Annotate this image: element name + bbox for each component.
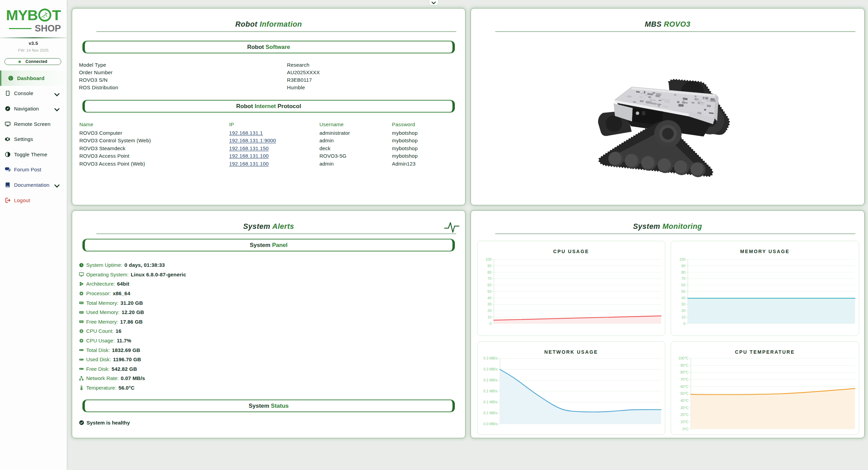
svg-text:0.1 MB/s: 0.1 MB/s [484,411,498,415]
svg-text:0.2 MB/s: 0.2 MB/s [484,378,498,382]
svg-text:0.0 MB/s: 0.0 MB/s [484,422,498,426]
svg-text:40: 40 [487,296,491,300]
svg-text:90: 90 [487,264,491,268]
svg-text:80: 80 [681,270,685,274]
svg-text:30°C: 30°C [681,406,689,410]
svg-text:30: 30 [681,302,685,306]
svg-text:90: 90 [681,264,685,268]
svg-text:0: 0 [489,322,491,326]
svg-text:10: 10 [487,315,491,319]
svg-text:100°C: 100°C [679,356,689,360]
svg-text:100: 100 [679,257,685,261]
svg-text:100: 100 [485,257,491,261]
svg-text:80: 80 [487,270,491,274]
svg-text:70: 70 [487,276,491,280]
svg-text:10°C: 10°C [681,420,689,424]
svg-text:40°C: 40°C [681,399,689,403]
svg-text:0: 0 [683,322,685,326]
svg-text:20: 20 [487,309,491,313]
svg-text:60°C: 60°C [681,384,689,389]
svg-text:90°C: 90°C [681,363,689,367]
svg-text:20: 20 [681,309,685,313]
svg-text:0.1 MB/s: 0.1 MB/s [484,389,498,393]
svg-text:80°C: 80°C [681,370,689,374]
svg-text:60: 60 [487,283,491,287]
svg-text:0.3 MB/s: 0.3 MB/s [484,356,498,360]
svg-text:50: 50 [487,289,491,293]
svg-text:70: 70 [681,276,685,280]
svg-text:60: 60 [681,283,685,287]
svg-text:30: 30 [487,302,491,306]
svg-text:20°C: 20°C [681,413,689,417]
svg-text:0.1 MB/s: 0.1 MB/s [484,400,498,404]
svg-text:10: 10 [681,315,685,319]
svg-text:0°C: 0°C [682,427,688,431]
svg-text:0.3 MB/s: 0.3 MB/s [484,367,498,371]
svg-text:50: 50 [681,289,685,293]
svg-text:50°C: 50°C [681,391,689,395]
svg-text:70°C: 70°C [681,377,689,381]
svg-text:40: 40 [681,296,685,300]
